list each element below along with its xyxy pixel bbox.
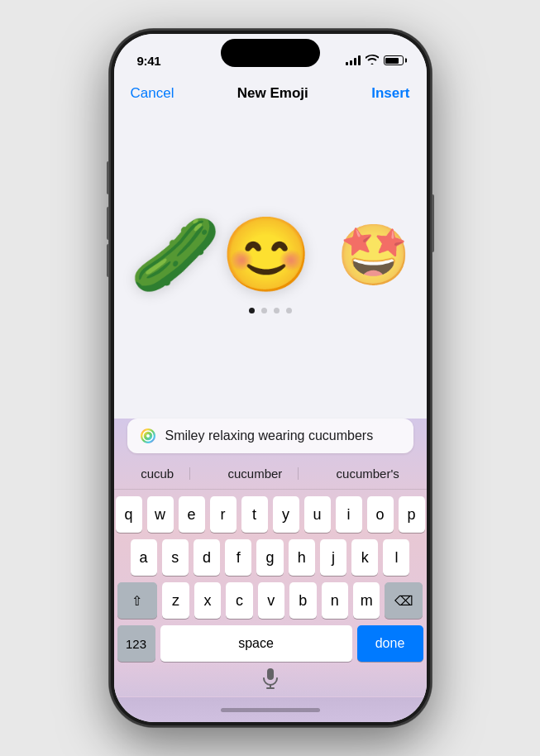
carousel-dots bbox=[249, 308, 292, 313]
dot-1[interactable] bbox=[249, 308, 255, 313]
svg-rect-3 bbox=[267, 668, 274, 680]
home-bar bbox=[221, 708, 320, 712]
key-p[interactable]: p bbox=[399, 496, 425, 533]
shift-key[interactable]: ⇧ bbox=[117, 582, 158, 619]
cancel-button[interactable]: Cancel bbox=[131, 85, 174, 102]
phone-frame: 9:41 Cancel bbox=[109, 29, 432, 727]
autocorrect-word-1[interactable]: cucub bbox=[124, 463, 190, 484]
main-emoji[interactable]: 🥒😊 bbox=[130, 218, 312, 291]
home-indicator bbox=[114, 697, 427, 722]
key-z[interactable]: z bbox=[162, 582, 189, 619]
autocorrect-word-3[interactable]: cucumber's bbox=[320, 463, 416, 484]
signal-icon bbox=[346, 55, 361, 65]
key-a[interactable]: a bbox=[131, 539, 157, 576]
microphone-icon[interactable] bbox=[259, 667, 282, 690]
keyboard: q w e r t y u i o p a s bbox=[114, 490, 427, 662]
dot-3[interactable] bbox=[274, 308, 280, 313]
key-m[interactable]: m bbox=[353, 582, 380, 619]
key-j[interactable]: j bbox=[320, 539, 346, 576]
key-h[interactable]: h bbox=[289, 539, 315, 576]
keyboard-row-2: a s d f g h j k l bbox=[117, 539, 423, 576]
phone-screen: 9:41 Cancel bbox=[114, 34, 427, 722]
key-x[interactable]: x bbox=[194, 582, 221, 619]
insert-button[interactable]: Insert bbox=[371, 85, 409, 102]
emoji-carousel: 🥒😊 🤩 bbox=[130, 218, 411, 291]
status-icons bbox=[346, 55, 404, 67]
key-s[interactable]: s bbox=[162, 539, 189, 576]
key-f[interactable]: f bbox=[225, 539, 251, 576]
key-l[interactable]: l bbox=[383, 539, 409, 576]
search-input-container[interactable]: Smiley relaxing wearing cucumbers bbox=[127, 419, 413, 453]
key-v[interactable]: v bbox=[258, 582, 284, 619]
svg-point-2 bbox=[146, 434, 150, 438]
keyboard-row-3: ⇧ z x c v b n m ⌫ bbox=[117, 582, 423, 619]
key-y[interactable]: y bbox=[273, 496, 299, 533]
delete-key[interactable]: ⌫ bbox=[385, 582, 423, 619]
bottom-bar bbox=[114, 662, 427, 696]
genmoji-icon bbox=[139, 427, 157, 445]
nav-bar: Cancel New Emoji Insert bbox=[114, 75, 427, 110]
dot-2[interactable] bbox=[261, 308, 267, 313]
keyboard-row-1: q w e r t y u i o p bbox=[117, 496, 423, 533]
nav-title: New Emoji bbox=[237, 85, 308, 102]
key-i[interactable]: i bbox=[336, 496, 362, 533]
battery-icon bbox=[384, 55, 404, 65]
space-key[interactable]: space bbox=[160, 625, 352, 662]
key-o[interactable]: o bbox=[367, 496, 394, 533]
key-g[interactable]: g bbox=[256, 539, 283, 576]
key-e[interactable]: e bbox=[179, 496, 205, 533]
keyboard-area: Smiley relaxing wearing cucumbers cucub … bbox=[114, 419, 427, 697]
key-d[interactable]: d bbox=[194, 539, 220, 576]
key-u[interactable]: u bbox=[304, 496, 331, 533]
key-b[interactable]: b bbox=[289, 582, 316, 619]
numbers-key[interactable]: 123 bbox=[117, 625, 155, 662]
autocorrect-bar: cucub cucumber cucumber's bbox=[114, 460, 427, 490]
key-c[interactable]: c bbox=[226, 582, 252, 619]
autocorrect-word-2[interactable]: cucumber bbox=[211, 463, 299, 484]
key-w[interactable]: w bbox=[147, 496, 174, 533]
emoji-display-area: 🥒😊 🤩 bbox=[114, 110, 427, 419]
keyboard-row-4: 123 space done bbox=[117, 625, 423, 662]
key-q[interactable]: q bbox=[116, 496, 142, 533]
dynamic-island bbox=[221, 39, 320, 67]
secondary-emoji[interactable]: 🤩 bbox=[337, 225, 411, 285]
done-key[interactable]: done bbox=[357, 625, 423, 662]
key-k[interactable]: k bbox=[351, 539, 378, 576]
dot-4[interactable] bbox=[286, 308, 292, 313]
wifi-icon bbox=[366, 55, 379, 67]
key-t[interactable]: t bbox=[241, 496, 268, 533]
status-time: 9:41 bbox=[137, 54, 161, 68]
key-r[interactable]: r bbox=[210, 496, 237, 533]
key-n[interactable]: n bbox=[322, 582, 348, 619]
search-text: Smiley relaxing wearing cucumbers bbox=[165, 428, 374, 443]
